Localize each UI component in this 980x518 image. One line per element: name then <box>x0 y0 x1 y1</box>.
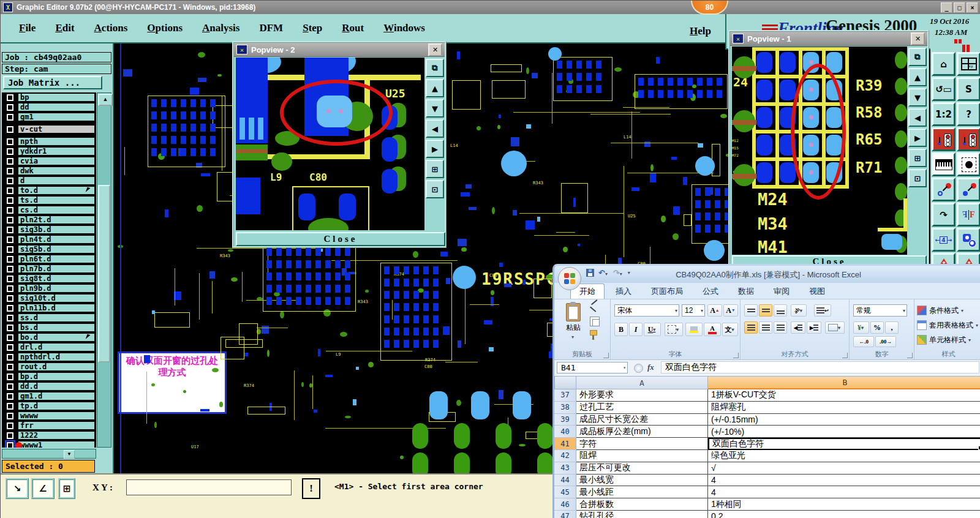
layer-checkbox[interactable] <box>6 246 14 253</box>
style-button-3[interactable]: 单元格样式▾ <box>917 332 980 347</box>
merge-center-button[interactable]: ▾ <box>825 321 845 334</box>
layer-row[interactable]: pln4t.d <box>2 235 96 244</box>
layer-checkbox[interactable] <box>6 285 14 293</box>
layer-label[interactable]: sig8t.d <box>18 274 95 283</box>
tab-审阅[interactable]: 审阅 <box>765 284 798 299</box>
layer-label[interactable]: dwk <box>18 167 95 175</box>
menu-windows[interactable]: Windows <box>383 22 425 34</box>
layer-label[interactable]: pln4t.d <box>18 235 95 244</box>
zoom-area-icon[interactable]: ↘ <box>6 478 29 499</box>
row-header-44[interactable]: 44 <box>554 475 576 487</box>
layer-checkbox[interactable] <box>6 103 14 111</box>
layer-label[interactable]: wwww1 <box>18 441 95 448</box>
popview1-close-icon[interactable]: ✕ <box>911 32 925 45</box>
layer-row[interactable]: bs.d <box>2 323 96 332</box>
cell-b37[interactable]: 1拼板V-CUT交货 <box>708 389 980 402</box>
layer-label[interactable]: frr <box>18 421 95 430</box>
layer-label[interactable]: npth <box>18 137 95 146</box>
pan-right-icon[interactable]: ▶ <box>426 140 444 158</box>
layer-row[interactable]: sig10t.d <box>2 293 96 303</box>
menu-analysis[interactable]: Analysis <box>202 22 239 34</box>
row-header-39[interactable]: 39 <box>554 414 576 426</box>
layer-label[interactable]: pln6t.d <box>18 255 95 263</box>
layer-row[interactable]: d <box>2 176 96 186</box>
layer-row[interactable]: dd <box>2 102 96 112</box>
layer-checkbox[interactable] <box>6 343 14 351</box>
layer-row[interactable]: frr <box>2 421 96 430</box>
office-button[interactable] <box>558 267 581 290</box>
layer-checkbox[interactable] <box>6 392 14 400</box>
layer-checkbox[interactable] <box>6 126 14 133</box>
layer-label[interactable]: v-cut <box>18 125 95 133</box>
popview2-view[interactable]: U25 L9 C80 14 <box>236 58 424 230</box>
layer-label[interactable]: bp.d <box>18 372 95 381</box>
font-size-select[interactable]: 12▾ <box>682 304 705 317</box>
layer-checkbox[interactable] <box>6 353 14 361</box>
row-header-46[interactable]: 46 <box>554 498 576 511</box>
layer-label[interactable]: ss.d <box>18 313 95 322</box>
paste-button[interactable]: 粘贴 ▾ <box>559 303 587 348</box>
layer-row[interactable]: sig5b.d <box>2 244 96 254</box>
tab-视图[interactable]: 视图 <box>801 284 834 299</box>
minimize-button[interactable]: _ <box>941 2 952 13</box>
popview2-titlebar[interactable]: ✕ Popview - 2 ✕ <box>234 43 445 57</box>
cut-icon[interactable] <box>590 304 605 315</box>
bold-button[interactable]: B <box>614 323 628 336</box>
job-matrix-button[interactable]: Job Matrix ... <box>3 76 102 89</box>
layer-row[interactable]: pln6t.d <box>2 254 96 264</box>
serpentine-icon[interactable]: S <box>957 77 980 101</box>
layer-row[interactable]: bp.d <box>2 372 96 381</box>
layer-checkbox[interactable] <box>6 412 14 420</box>
layer-label[interactable]: ts.d <box>18 196 95 205</box>
home-icon[interactable]: ⌂ <box>932 52 956 76</box>
cell-a41[interactable]: 字符 <box>576 438 708 450</box>
layer-label[interactable]: sig10t.d <box>18 294 95 302</box>
layer-label[interactable]: sig3b.d <box>18 225 95 234</box>
maximize-button[interactable]: □ <box>954 2 965 13</box>
redo-icon[interactable]: ↷▾ <box>613 268 624 277</box>
layer-hscroll[interactable]: ▼ <box>2 449 96 459</box>
comma-button[interactable]: , <box>885 321 899 334</box>
rotate-icon[interactable]: ↷ <box>932 203 956 227</box>
percent-button[interactable]: % <box>870 321 884 334</box>
dialog-launcher-icon[interactable] <box>907 353 913 358</box>
dialog-launcher-icon[interactable] <box>603 353 609 358</box>
cell-a37[interactable]: 外形要求 <box>576 389 708 402</box>
menu-options[interactable]: Options <box>147 22 183 34</box>
align-left-button[interactable] <box>744 321 758 334</box>
layer-row[interactable]: 1222 <box>2 430 96 440</box>
layer-label[interactable]: dd <box>18 103 95 111</box>
pad-select-icon[interactable] <box>957 152 980 176</box>
layer-checkbox[interactable] <box>6 206 14 214</box>
layer-checkbox[interactable] <box>6 295 14 302</box>
cell-a40[interactable]: 成品板厚公差(mm) <box>576 426 708 438</box>
border-button[interactable]: ▾ <box>665 323 683 336</box>
pan-left-icon[interactable]: ◀ <box>426 119 444 138</box>
layer-label[interactable]: pln7b.d <box>18 265 95 273</box>
measure-filled-icon[interactable] <box>957 178 980 201</box>
phonetic-button[interactable]: 文▾ <box>722 323 738 336</box>
menu-edit[interactable]: Edit <box>55 22 74 34</box>
zoom-fit-icon[interactable]: ⊞ <box>426 160 444 178</box>
undo-icon[interactable]: ↶▾ <box>598 268 609 277</box>
popview2-close-icon[interactable]: ✕ <box>428 43 442 56</box>
row-header-41[interactable]: 41 <box>554 438 576 450</box>
layer-checkbox[interactable] <box>6 197 14 205</box>
underline-button[interactable]: U▾ <box>644 323 661 336</box>
fx-icon[interactable]: fx <box>647 362 654 372</box>
formula-value[interactable]: 双面白色字符 <box>661 361 979 373</box>
tab-公式[interactable]: 公式 <box>694 284 727 299</box>
save-icon[interactable] <box>586 269 594 277</box>
pan-right-icon[interactable]: ▶ <box>908 129 927 147</box>
pan-down-icon[interactable]: ▼ <box>908 88 927 107</box>
pan-down-icon[interactable]: ▼ <box>426 99 444 118</box>
layer-label[interactable]: drl.d <box>18 343 95 351</box>
layer-scrollbar[interactable]: ▲ <box>97 92 111 448</box>
column-header-a[interactable]: A <box>576 376 708 389</box>
layer-row[interactable]: wwww <box>2 411 96 421</box>
cell-a42[interactable]: 阻焊 <box>576 450 708 462</box>
font-color-button[interactable]: A <box>704 323 721 336</box>
zoom-center-icon[interactable]: ⊡ <box>426 180 444 198</box>
cell-a38[interactable]: 过孔工艺 <box>576 402 708 414</box>
detach-window-icon[interactable]: ⧉ <box>426 59 444 77</box>
